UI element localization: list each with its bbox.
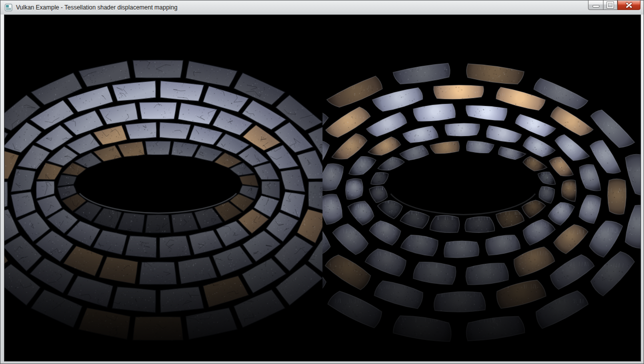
app-window: Vulkan Example - Tessellation shader dis… — [0, 0, 644, 364]
close-button[interactable] — [618, 0, 640, 10]
window-controls — [588, 0, 640, 10]
window-title: Vulkan Example - Tessellation shader dis… — [16, 4, 178, 11]
maximize-icon — [607, 2, 614, 8]
close-icon — [626, 2, 632, 8]
render-client-area — [4, 14, 641, 362]
minimize-button[interactable] — [588, 0, 603, 10]
maximize-button[interactable] — [603, 0, 618, 10]
vulkan-render-viewport[interactable] — [4, 15, 640, 361]
minimize-icon — [593, 6, 599, 7]
app-icon[interactable] — [4, 4, 12, 12]
title-bar[interactable]: Vulkan Example - Tessellation shader dis… — [0, 0, 644, 14]
